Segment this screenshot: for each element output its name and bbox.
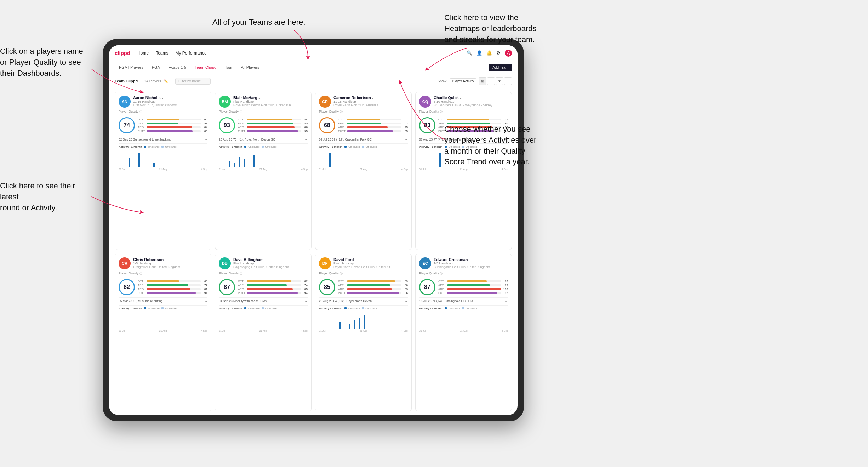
player-name[interactable]: Aaron Nicholls ● [133, 96, 207, 100]
sort-btn[interactable]: ↕ [504, 77, 512, 85]
player-avatar: EC [419, 257, 431, 269]
player-card-6[interactable]: DF David Ford Plus Handicap Royal North … [315, 254, 412, 412]
player-card-4[interactable]: CR Chris Robertson 1-5 Handicap Craigmil… [115, 254, 211, 412]
round-arrow[interactable]: → [204, 299, 207, 303]
tab-hcaps[interactable]: Hcaps 1-5 [164, 61, 190, 74]
quality-circle[interactable]: 74 [119, 117, 135, 133]
stat-row-app: APP 80 [438, 122, 508, 125]
player-club: St. George's Hill GC - Weybridge - Surre… [434, 103, 508, 107]
stat-row-app: APP 80 [338, 284, 408, 287]
player-handicap: Plus Handicap [333, 262, 408, 265]
activity-title: Activity · 1 Month [219, 307, 242, 310]
round-arrow[interactable]: → [504, 299, 508, 303]
settings-icon[interactable]: ⚙ [496, 50, 501, 56]
activity-header: Activity · 1 Month On course Off course [419, 307, 508, 310]
quality-label: Player Quality ⓘ [219, 272, 308, 275]
player-card-3[interactable]: CQ Charlie Quick ● 6-10 Handicap St. Geo… [415, 92, 512, 250]
chart-dates: 31 Jul 21 Aug 4 Sep [119, 330, 207, 332]
top-nav: clippd Home Teams My Performance 🔍 👤 🔔 ⚙… [109, 45, 518, 61]
filter-btn[interactable]: ▼ [496, 77, 503, 85]
round-arrow[interactable]: → [404, 137, 408, 141]
round-arrow[interactable]: → [204, 137, 207, 141]
chart-dates: 31 Jul 21 Aug 4 Sep [219, 330, 308, 332]
stat-row-arg: ARG 103 [438, 287, 508, 291]
off-course-label: Off course [265, 146, 277, 148]
nav-teams[interactable]: Teams [156, 51, 168, 56]
latest-round[interactable]: 26 Aug 23 73 (+1), Royal North Devon GC … [219, 136, 308, 141]
quality-section: 82 OTT 60 APP 77 ARG 81 PUTT [119, 279, 207, 295]
round-arrow[interactable]: → [504, 137, 508, 141]
round-arrow[interactable]: → [304, 299, 308, 303]
player-card-0[interactable]: AN Aaron Nicholls ● 11-15 Handicap Drift… [115, 92, 211, 250]
bell-icon[interactable]: 🔔 [486, 50, 492, 56]
quality-circle[interactable]: 85 [319, 279, 335, 295]
filter-input[interactable]: Filter by name [175, 78, 211, 85]
player-card-1[interactable]: BM Blair McHarg ● Plus Handicap Royal No… [215, 92, 312, 250]
add-team-button[interactable]: Add Team [489, 64, 512, 71]
grid-view-btn[interactable]: ⊞ [479, 77, 486, 85]
activity-title: Activity · 1 Month [219, 145, 242, 148]
chart-dates: 31 Jul 21 Aug 4 Sep [119, 168, 207, 170]
player-name[interactable]: Cameron Robertson ● [333, 96, 408, 100]
ipad-screen: clippd Home Teams My Performance 🔍 👤 🔔 ⚙… [109, 45, 518, 415]
on-course-dot [244, 307, 246, 309]
user-icon[interactable]: 👤 [476, 50, 482, 56]
tab-pgat[interactable]: PGAT Players [115, 61, 148, 74]
quality-circle[interactable]: 82 [119, 279, 135, 295]
player-card-7[interactable]: EC Edward Crossman 1-5 Handicap Sunningd… [415, 254, 512, 412]
player-name[interactable]: David Ford [333, 257, 408, 262]
tab-tour[interactable]: Tour [221, 61, 236, 74]
player-club: Drift Golf Club, United Kingdom [133, 103, 207, 107]
quality-circle[interactable]: 68 [319, 117, 335, 133]
activity-header: Activity · 1 Month On course Off course [119, 145, 207, 148]
activity-legend: On course Off course [445, 307, 477, 310]
chart-dates: 31 Jul 21 Aug 4 Sep [419, 168, 508, 170]
stat-row-ott: OTT 77 [438, 118, 508, 121]
player-avatar: CR [319, 96, 331, 108]
nav-home[interactable]: Home [137, 51, 149, 56]
on-course-label: On course [248, 146, 259, 148]
quality-circle[interactable]: 87 [219, 279, 235, 295]
tab-team-clippd[interactable]: Team Clippd [190, 61, 221, 74]
view-toggle: ⊞ ☰ ▼ ↕ [479, 77, 512, 85]
list-view-btn[interactable]: ☰ [487, 77, 495, 85]
search-icon[interactable]: 🔍 [467, 50, 472, 56]
chart-area [119, 149, 207, 167]
player-info: CR Chris Robertson 1-5 Handicap Craigmil… [119, 257, 207, 269]
player-handicap: 1-5 Handicap [133, 262, 207, 265]
tab-all-players[interactable]: All Players [237, 61, 264, 74]
player-card-5[interactable]: DB Dave Billingham Plus Handicap Sag Mag… [215, 254, 312, 412]
quality-circle[interactable]: 83 [419, 117, 435, 133]
latest-round[interactable]: 02 Sep 23 Sunset round to get back into … [119, 136, 207, 141]
player-club: Craigmillar Park, United Kingdom [133, 265, 207, 269]
round-text: 05 Mar 23 19, Must make putting [119, 299, 162, 303]
round-arrow[interactable]: → [404, 299, 408, 303]
latest-round[interactable]: 18 Jul 23 74 (+4), Sunningdale GC - Old.… [419, 297, 508, 303]
nav-performance[interactable]: My Performance [176, 51, 207, 56]
latest-round[interactable]: 02 Jul 23 59 (+17), Craigmillar Park GC … [319, 136, 408, 141]
player-club: Sag Maging Golf Club, United Kingdom [233, 265, 308, 269]
latest-round[interactable]: 07 Aug 23 77 (+7), St George's Hill GC -… [419, 136, 508, 141]
round-text: 04 Sep 23 Mobility with coach, Gym [219, 299, 267, 303]
show-select[interactable]: Player Activity [450, 78, 476, 84]
latest-round[interactable]: 04 Sep 23 Mobility with coach, Gym → [219, 297, 308, 303]
player-name[interactable]: Dave Billingham [233, 257, 308, 262]
quality-circle[interactable]: 93 [219, 117, 235, 133]
tab-pga[interactable]: PGA [148, 61, 164, 74]
quality-section: 85 OTT 89 APP 80 ARG 83 PUTT [319, 279, 408, 295]
avatar-icon[interactable]: A [505, 50, 512, 57]
edit-icon[interactable]: ✏️ [164, 79, 168, 83]
chart-area [319, 311, 408, 329]
player-name[interactable]: Chris Robertson [133, 257, 207, 262]
quality-circle[interactable]: 87 [419, 279, 435, 295]
activity-title: Activity · 1 Month [319, 145, 342, 148]
player-name[interactable]: Edward Crossman [434, 257, 508, 262]
latest-round[interactable]: 26 Aug 23 84 (+12), Royal North Devon GC… [319, 297, 408, 303]
activity-legend: On course Off course [344, 146, 377, 148]
on-course-dot [244, 146, 246, 148]
player-card-2[interactable]: CR Cameron Robertson ● 11-15 Handicap Ro… [315, 92, 412, 250]
latest-round[interactable]: 05 Mar 23 19, Must make putting → [119, 297, 207, 303]
round-arrow[interactable]: → [304, 137, 308, 141]
player-name[interactable]: Blair McHarg ● [233, 96, 308, 100]
player-name[interactable]: Charlie Quick ● [434, 96, 508, 100]
